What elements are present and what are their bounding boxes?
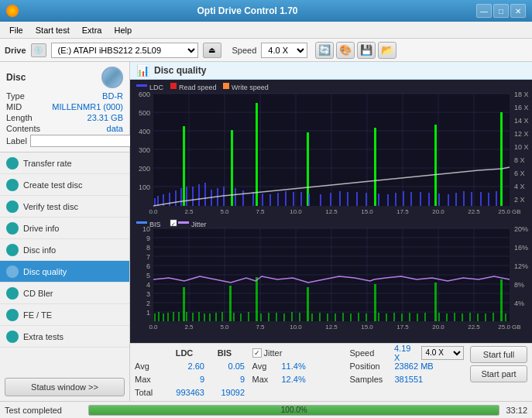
svg-rect-179: [393, 313, 395, 321]
svg-rect-86: [488, 193, 489, 206]
svg-rect-177: [378, 313, 379, 321]
svg-rect-83: [463, 191, 465, 206]
svg-rect-82: [455, 193, 457, 206]
svg-rect-61: [293, 192, 294, 206]
speed-select[interactable]: 4.0 X 1.0 X 2.0 X 8.0 X: [261, 43, 307, 58]
svg-text:✓: ✓: [171, 221, 176, 227]
svg-rect-101: [136, 221, 147, 224]
close-button[interactable]: ✕: [510, 4, 526, 18]
eject-button[interactable]: ⏏: [203, 43, 221, 58]
app-title: Opti Drive Control 1.70: [19, 5, 476, 16]
svg-rect-152: [204, 314, 205, 321]
disc-section-title: Disc: [6, 72, 26, 83]
sidebar-item-transfer-rate[interactable]: Transfer rate: [0, 152, 129, 174]
svg-rect-162: [268, 313, 269, 321]
svg-text:10 X: 10 X: [514, 143, 529, 151]
drive-select[interactable]: (E:) ATAPI iHBS212 2.5L09: [51, 43, 198, 58]
menu-extra[interactable]: Extra: [76, 24, 108, 36]
sidebar-item-disc-info[interactable]: Disc info: [0, 239, 129, 261]
svg-text:9: 9: [146, 235, 150, 242]
mid-label: MID: [6, 102, 22, 111]
svg-text:400: 400: [139, 128, 150, 135]
svg-rect-54: [242, 190, 244, 206]
svg-text:5.0: 5.0: [220, 324, 229, 331]
start-full-button[interactable]: Start full: [470, 346, 527, 363]
svg-text:10.0: 10.0: [290, 208, 302, 215]
menu-start-test[interactable]: Start test: [29, 24, 76, 36]
status-bar: Test completed 100.0% 33:12: [0, 401, 532, 418]
max-bis-value: 9: [204, 375, 245, 384]
avg-jitter-value: 11.4%: [282, 361, 306, 371]
sidebar-item-fe-te[interactable]: FE / TE: [0, 304, 129, 326]
svg-rect-156: [229, 286, 232, 321]
svg-text:22.5: 22.5: [468, 324, 480, 331]
save-button[interactable]: 💾: [357, 42, 376, 59]
svg-rect-174: [358, 313, 359, 321]
svg-text:12 X: 12 X: [514, 130, 529, 138]
svg-rect-176: [374, 284, 376, 321]
svg-text:10: 10: [142, 225, 150, 233]
svg-rect-5: [223, 83, 229, 89]
right-panel: 📊 Disc quality LDC Read speed Write spee…: [130, 62, 532, 401]
svg-text:6 X: 6 X: [514, 170, 525, 177]
svg-rect-191: [485, 314, 486, 321]
svg-rect-145: [167, 313, 169, 321]
jitter-checkbox[interactable]: ✓: [252, 348, 262, 358]
sidebar-item-disc-quality[interactable]: Disc quality: [0, 261, 129, 283]
label-input[interactable]: [30, 135, 133, 147]
svg-rect-44: [186, 187, 187, 206]
svg-text:Jitter: Jitter: [191, 221, 207, 228]
status-window-button[interactable]: Status window >>: [5, 378, 125, 396]
svg-rect-84: [471, 192, 472, 206]
menu-help[interactable]: Help: [108, 24, 138, 36]
speed-stats: Speed 4.19 X 4.0 X 2.0 X 8.0 X Position …: [347, 346, 468, 385]
speed-selector[interactable]: 4.0 X 2.0 X 8.0 X: [421, 346, 464, 360]
svg-text:5.0: 5.0: [220, 208, 229, 215]
svg-text:3: 3: [146, 290, 150, 298]
svg-text:100: 100: [139, 183, 150, 191]
svg-rect-173: [350, 314, 352, 321]
svg-text:7.5: 7.5: [256, 208, 265, 215]
disc-info-panel: Disc Type BD-R MID MILLENMR1 (000) Lengt…: [0, 62, 129, 152]
verify-test-icon: [6, 200, 19, 213]
progress-text: 100.0%: [89, 406, 499, 415]
disc-quality-icon: [6, 266, 19, 278]
sidebar-item-verify-test-disc[interactable]: Verify test disc: [0, 196, 129, 218]
menu-file[interactable]: File: [3, 24, 29, 36]
svg-rect-41: [169, 193, 170, 206]
svg-rect-153: [209, 314, 211, 321]
create-test-label: Create test disc: [23, 180, 82, 190]
charts-svg: LDC Read speed Write speed: [130, 80, 532, 343]
load-button[interactable]: 📂: [378, 42, 396, 59]
svg-text:7: 7: [146, 253, 150, 261]
maximize-button[interactable]: □: [493, 4, 509, 18]
svg-text:17.5: 17.5: [396, 324, 409, 331]
svg-rect-46: [192, 187, 194, 206]
settings-button[interactable]: 🎨: [336, 42, 355, 59]
svg-rect-88: [500, 112, 503, 206]
minimize-button[interactable]: —: [476, 4, 492, 18]
create-test-icon: [6, 179, 19, 191]
sidebar-item-extra-tests[interactable]: Extra tests: [0, 326, 129, 348]
sidebar-item-cd-bler[interactable]: CD Bler: [0, 283, 129, 304]
max-ldc-value: 9: [164, 375, 204, 384]
sidebar-item-drive-info[interactable]: Drive info: [0, 218, 129, 239]
svg-rect-55: [252, 192, 254, 206]
start-part-button[interactable]: Start part: [470, 365, 527, 382]
svg-rect-151: [198, 312, 200, 321]
total-ldc-value: 993463: [164, 388, 204, 397]
sidebar-item-create-test-disc[interactable]: Create test disc: [0, 174, 129, 196]
refresh-button[interactable]: 🔄: [315, 42, 334, 59]
svg-rect-65: [320, 194, 321, 206]
svg-rect-77: [420, 192, 421, 206]
svg-rect-184: [434, 283, 437, 321]
svg-rect-159: [248, 312, 249, 321]
svg-rect-76: [410, 192, 412, 206]
svg-rect-58: [269, 194, 271, 206]
svg-rect-67: [339, 191, 341, 206]
svg-text:8: 8: [146, 244, 150, 252]
svg-text:2: 2: [146, 300, 150, 307]
svg-rect-85: [480, 192, 482, 206]
time-display: 33:12: [506, 406, 527, 415]
svg-rect-148: [183, 287, 185, 321]
